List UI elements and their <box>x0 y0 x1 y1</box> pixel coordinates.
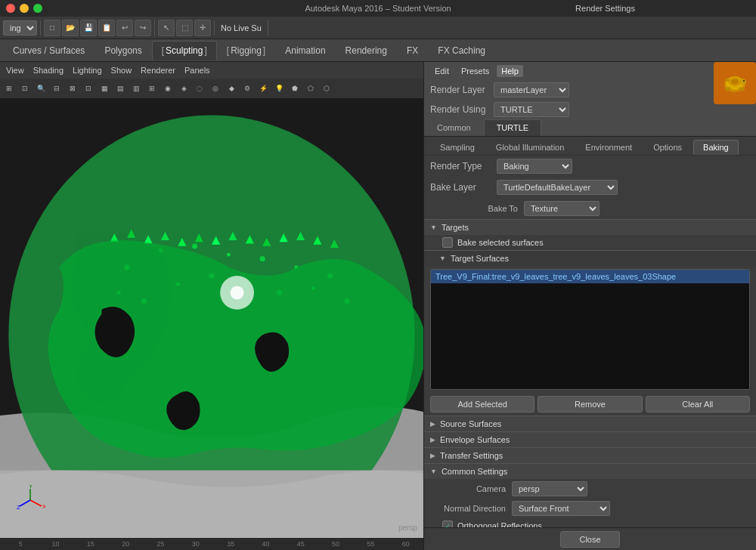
undo-icon[interactable]: ↩ <box>116 20 133 36</box>
sub-tab-global-illumination[interactable]: Global Illumination <box>486 140 575 155</box>
common-settings-arrow: ▼ <box>430 468 437 475</box>
target-surfaces-label: Target Surfaces <box>451 254 509 263</box>
camera-row: Camera persp <box>424 479 756 499</box>
bake-selected-row: Bake selected surfaces <box>424 235 756 250</box>
render-using-select[interactable]: TURTLE <box>494 102 569 117</box>
vp-icon-20[interactable]: ⬠ <box>303 81 318 96</box>
vp-icon-11[interactable]: ◉ <box>160 81 175 96</box>
save-icon[interactable]: 💾 <box>80 20 97 36</box>
turtle-logo <box>714 62 756 104</box>
rs-presets-menu[interactable]: Presets <box>457 65 494 77</box>
targets-arrow: ▼ <box>430 224 437 231</box>
add-selected-button[interactable]: Add Selected <box>430 396 534 412</box>
vp-icon-7[interactable]: ▦ <box>97 81 112 96</box>
common-settings-header[interactable]: ▼ Common Settings <box>424 463 756 479</box>
vp-icon-5[interactable]: ⊠ <box>65 81 80 96</box>
menu-lighting[interactable]: Lighting <box>73 66 102 75</box>
transfer-settings-header[interactable]: ▶ Transfer Settings <box>424 447 756 463</box>
tab-curves-surfaces[interactable]: Curves / Surfaces <box>3 41 94 60</box>
lasso-icon[interactable]: ⬚ <box>176 20 193 36</box>
move-icon[interactable]: ✛ <box>194 20 211 36</box>
maximize-button[interactable] <box>33 4 42 13</box>
close-button[interactable] <box>6 4 15 13</box>
new-file-icon[interactable]: □ <box>44 20 60 36</box>
tab-turtle[interactable]: TURTLE <box>484 119 542 136</box>
vp-icon-4[interactable]: ⊟ <box>49 81 64 96</box>
targets-section-header[interactable]: ▼ Targets <box>424 219 756 235</box>
bake-to-select[interactable]: Texture <box>524 201 600 216</box>
source-surfaces-header[interactable]: ▶ Source Surfaces <box>424 416 756 431</box>
render-layer-select[interactable]: masterLayer <box>494 82 569 97</box>
vp-icon-3[interactable]: 🔍 <box>33 81 48 96</box>
orthogonal-label: Orthogonal Reflections <box>457 521 542 527</box>
render-using-label: Render Using <box>430 104 491 115</box>
module-dropdown[interactable]: ing <box>3 20 37 36</box>
open-file-icon[interactable]: 📂 <box>62 20 79 36</box>
clear-all-button[interactable]: Clear All <box>646 396 750 412</box>
tab-fx[interactable]: FX <box>397 41 428 60</box>
orthogonal-checkbox[interactable]: ✓ <box>442 521 453 527</box>
vp-icon-19[interactable]: ⬟ <box>287 81 302 96</box>
target-surfaces-header[interactable]: ▼ Target Surfaces <box>424 250 756 266</box>
vp-icon-6[interactable]: ⊡ <box>81 81 96 96</box>
vp-icon-15[interactable]: ◆ <box>224 81 239 96</box>
remove-button[interactable]: Remove <box>538 396 642 412</box>
tab-polygons[interactable]: Polygons <box>94 41 151 60</box>
vp-icon-1[interactable]: ⊞ <box>2 81 17 96</box>
render-type-row: Render Type Baking <box>424 156 756 177</box>
tab-rigging[interactable]: Rigging <box>217 41 275 60</box>
surface-item-0[interactable]: Tree_V9_Final:tree_v9_leaves_tree_v9_lea… <box>431 270 749 283</box>
tab-common[interactable]: Common <box>424 119 484 136</box>
bake-selected-checkbox[interactable] <box>442 237 453 248</box>
svg-point-7 <box>260 256 265 261</box>
tab-bar: Curves / Surfaces Polygons Sculpting Rig… <box>0 39 756 62</box>
bake-layer-row: Bake Layer TurtleDefaultBakeLayer <box>424 177 756 198</box>
tab-rendering[interactable]: Rendering <box>336 41 397 60</box>
envelope-surfaces-header[interactable]: ▶ Envelope Surfaces <box>424 431 756 447</box>
sub-tab-sampling[interactable]: Sampling <box>430 140 485 155</box>
rs-help-menu[interactable]: Help <box>497 65 523 77</box>
sub-tab-options[interactable]: Options <box>643 140 692 155</box>
vp-icon-10[interactable]: ⊞ <box>144 81 160 96</box>
ruler-tick-6: 30 <box>178 540 213 548</box>
tab-sculpting[interactable]: Sculpting <box>152 41 217 60</box>
menu-show[interactable]: Show <box>111 66 132 75</box>
close-button[interactable]: Close <box>560 531 619 548</box>
target-surfaces-list[interactable]: Tree_V9_Final:tree_v9_leaves_tree_v9_lea… <box>430 269 750 390</box>
separator-3 <box>214 20 215 36</box>
tab-fx-caching[interactable]: FX Caching <box>428 41 495 60</box>
vp-icon-18[interactable]: 💡 <box>271 81 287 96</box>
menu-shading[interactable]: Shading <box>33 66 64 75</box>
redo-icon[interactable]: ↪ <box>135 20 151 36</box>
vp-icon-8[interactable]: ▤ <box>113 81 128 96</box>
select-icon[interactable]: ↖ <box>158 20 175 36</box>
surfaces-btn-row: Add Selected Remove Clear All <box>424 393 756 416</box>
save-as-icon[interactable]: 📋 <box>98 20 115 36</box>
source-surfaces-label: Source Surfaces <box>440 419 501 428</box>
minimize-button[interactable] <box>20 4 29 13</box>
render-type-label: Render Type <box>430 161 491 171</box>
vp-icon-9[interactable]: ▥ <box>129 81 144 96</box>
vp-icon-13[interactable]: ◌ <box>192 81 207 96</box>
menu-panels[interactable]: Panels <box>184 66 210 75</box>
render-type-select[interactable]: Baking <box>497 159 572 174</box>
menu-renderer[interactable]: Renderer <box>141 66 175 75</box>
normal-direction-select[interactable]: Surface Front <box>512 501 610 516</box>
vp-icon-12[interactable]: ◈ <box>176 81 191 96</box>
scene-svg <box>0 98 423 538</box>
viewport-canvas[interactable]: X Y Z persp <box>0 98 423 538</box>
vp-icon-17[interactable]: ⚡ <box>256 81 271 96</box>
bake-to-label: Bake To <box>442 204 518 213</box>
camera-select[interactable]: persp <box>512 481 587 496</box>
title-bar: Autodesk Maya 2016 – Student Version Ren… <box>0 0 756 17</box>
rs-edit-menu[interactable]: Edit <box>430 65 454 77</box>
vp-icon-2[interactable]: ⊡ <box>17 81 33 96</box>
sub-tab-baking[interactable]: Baking <box>693 140 739 155</box>
menu-view[interactable]: View <box>6 66 24 75</box>
bake-layer-select[interactable]: TurtleDefaultBakeLayer <box>497 180 618 195</box>
vp-icon-14[interactable]: ◎ <box>208 81 223 96</box>
tab-animation[interactable]: Animation <box>275 41 335 60</box>
sub-tab-environment[interactable]: Environment <box>575 140 642 155</box>
vp-icon-16[interactable]: ⚙ <box>240 81 255 96</box>
vp-icon-21[interactable]: ⬡ <box>319 81 334 96</box>
